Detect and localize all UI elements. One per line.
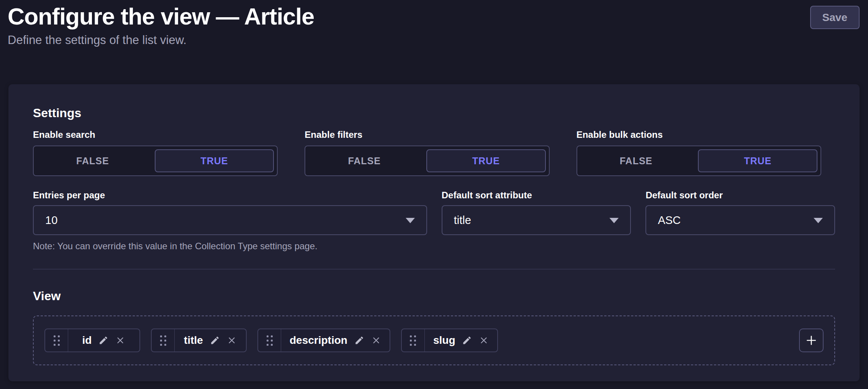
drag-handle-icon[interactable] (402, 329, 425, 351)
close-icon[interactable] (371, 335, 381, 345)
enable-bulk-actions-toggle[interactable]: FALSE TRUE (576, 145, 821, 176)
entries-per-page-select[interactable]: 10 (33, 205, 427, 235)
plus-icon (805, 334, 817, 347)
field-entries-per-page: Entries per page 10 Note: You can overri… (33, 190, 427, 252)
entries-per-page-label: Entries per page (33, 190, 427, 201)
default-sort-attribute-select[interactable]: title (442, 205, 631, 235)
toggle-option-false[interactable]: FALSE (34, 146, 152, 175)
close-icon[interactable] (227, 335, 237, 345)
select-row: Entries per page 10 Note: You can overri… (33, 190, 835, 252)
caret-down-icon (814, 218, 823, 223)
section-divider (33, 269, 835, 270)
toggle-row: Enable search FALSE TRUE Enable filters … (33, 129, 821, 176)
toggle-option-true[interactable]: TRUE (698, 149, 817, 172)
drag-handle-icon[interactable] (152, 329, 175, 351)
field-chip-label: title (184, 334, 203, 347)
field-chip-label: slug (433, 334, 455, 347)
toggle-option-true[interactable]: TRUE (155, 149, 274, 172)
default-sort-order-label: Default sort order (645, 190, 835, 201)
caret-down-icon (609, 218, 619, 223)
pencil-icon[interactable] (462, 335, 472, 345)
page-header: Configure the view — Article Define the … (0, 0, 868, 47)
field-chip-label: id (82, 334, 92, 347)
view-fields-dropzone: id title (33, 315, 835, 365)
enable-filters-toggle[interactable]: FALSE TRUE (305, 145, 549, 176)
field-default-sort-order: Default sort order ASC (645, 190, 835, 252)
field-enable-bulk-actions: Enable bulk actions FALSE TRUE (576, 129, 821, 176)
caret-down-icon (406, 218, 415, 223)
drag-handle-icon[interactable] (258, 329, 281, 351)
settings-card: Settings Enable search FALSE TRUE Enable… (8, 84, 860, 381)
field-chip[interactable]: title (151, 329, 247, 352)
settings-heading: Settings (33, 106, 835, 120)
field-chip[interactable]: description (257, 329, 390, 352)
toggle-option-false[interactable]: FALSE (577, 146, 695, 175)
save-button[interactable]: Save (810, 6, 860, 29)
pencil-icon[interactable] (354, 335, 364, 345)
field-default-sort-attribute: Default sort attribute title (442, 190, 631, 252)
default-sort-attribute-value: title (454, 214, 471, 227)
page-subtitle: Define the settings of the list view. (8, 33, 860, 47)
pencil-icon[interactable] (98, 335, 108, 345)
close-icon[interactable] (115, 335, 125, 345)
entries-per-page-note: Note: You can override this value in the… (33, 240, 427, 252)
field-chip[interactable]: id (44, 329, 140, 352)
field-enable-filters: Enable filters FALSE TRUE (305, 129, 549, 176)
close-icon[interactable] (479, 335, 489, 345)
enable-search-label: Enable search (33, 129, 278, 140)
pencil-icon[interactable] (210, 335, 220, 345)
page-title: Configure the view — Article (8, 4, 860, 29)
toggle-option-true[interactable]: TRUE (426, 149, 546, 172)
enable-filters-label: Enable filters (305, 129, 549, 140)
view-heading: View (33, 289, 835, 303)
field-chip-label: description (290, 334, 347, 347)
enable-search-toggle[interactable]: FALSE TRUE (33, 145, 278, 176)
field-chip[interactable]: slug (401, 329, 498, 352)
default-sort-order-select[interactable]: ASC (645, 205, 835, 235)
drag-handle-icon[interactable] (45, 329, 68, 351)
add-field-button[interactable] (799, 329, 824, 352)
default-sort-attribute-label: Default sort attribute (442, 190, 631, 201)
default-sort-order-value: ASC (658, 214, 681, 227)
entries-per-page-value: 10 (45, 214, 57, 227)
field-enable-search: Enable search FALSE TRUE (33, 129, 278, 176)
toggle-option-false[interactable]: FALSE (305, 146, 423, 175)
enable-bulk-actions-label: Enable bulk actions (576, 129, 821, 140)
